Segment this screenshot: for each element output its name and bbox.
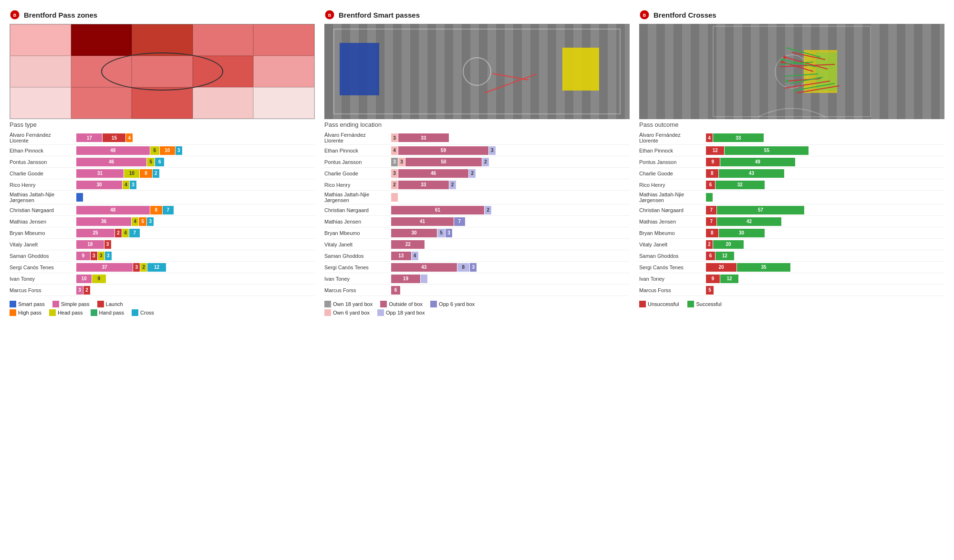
bar-cross: 6 <box>155 158 164 166</box>
player-name: Charlie Goode <box>10 171 76 176</box>
bars-container: 6 <box>391 286 630 295</box>
table-row: Mathias Jattah-Njie Jørgensen <box>639 191 944 204</box>
pass-zones-pitch <box>10 24 315 119</box>
table-row: Ivan Toney19 <box>324 273 630 285</box>
player-name: Marcus Forss <box>639 287 706 293</box>
player-name: Bryan Mbeumo <box>324 230 391 236</box>
pass-ending-label: Pass ending location <box>324 121 630 128</box>
bars-container: 486103 <box>76 146 315 155</box>
heatmap-cell <box>71 87 132 119</box>
bars-container: 843 <box>706 169 944 178</box>
bars-container: 373212 <box>76 263 315 272</box>
bar-outside: 33 <box>398 181 449 189</box>
heatmap-cell <box>193 24 254 56</box>
player-name: Saman Ghoddos <box>10 253 76 259</box>
legend-color <box>430 301 437 307</box>
bar-head: 4 <box>123 181 129 189</box>
bar-successful: 43 <box>719 169 785 178</box>
bars-container: 5 <box>706 286 944 295</box>
crosses-legend: UnsuccessfulSuccessful <box>639 301 944 307</box>
table-row: Sergi Canós Tenes4383 <box>324 262 630 273</box>
pass-zones-panel: B Brentford Pass zones Pass type Álvaro … <box>10 10 315 316</box>
bars-container: 433 <box>706 133 944 142</box>
player-name: Álvaro Fernández Llorente <box>639 132 706 143</box>
heatmap-cell <box>71 24 132 56</box>
player-name: Pontus Jansson <box>10 159 76 165</box>
smart-passes-legend: Own 18 yard boxOutside of boxOpp 6 yard … <box>324 301 630 316</box>
table-row: Saman Ghoddos9333 <box>10 250 315 262</box>
table-row: Rico Henry3043 <box>10 179 315 191</box>
bars-container: 949 <box>706 158 944 166</box>
bar-outside: 46 <box>398 169 468 178</box>
heatmap-cell <box>10 24 71 56</box>
table-row: Pontus Jansson4656 <box>10 156 315 168</box>
table-row: Mathias Jensen417 <box>324 216 630 227</box>
bar-opp18: 4 <box>412 252 418 260</box>
legend-item: Opp 18 yard box <box>377 309 425 316</box>
table-row: Mathias Jattah-Njie Jørgensen <box>324 191 630 204</box>
bars-container <box>706 193 944 202</box>
bar-successful: 30 <box>719 229 765 237</box>
table-row: Saman Ghoddos612 <box>639 250 944 262</box>
bar-outside: 13 <box>391 252 411 260</box>
player-name: Mathias Jattah-Njie Jørgensen <box>639 192 706 203</box>
table-row: Álvaro Fernández Llorente333 <box>324 131 630 145</box>
legend-label: Own 6 yard box <box>333 310 370 316</box>
bars-container: 183 <box>76 240 315 249</box>
bar-simple: 48 <box>76 146 150 155</box>
bar-unsuccessful: 7 <box>706 217 716 226</box>
bar-launch: 3 <box>104 240 111 249</box>
bars-container: 3462 <box>391 169 630 178</box>
bar-unsuccessful: 20 <box>706 263 736 272</box>
legend-item: Head pass <box>49 309 83 316</box>
table-row: Ivan Toney912 <box>639 273 944 285</box>
bar-opp18: 5 <box>437 229 445 237</box>
bar-simple: 48 <box>76 206 150 214</box>
legend-color <box>377 309 384 316</box>
bar-simple: 9 <box>76 252 90 260</box>
player-name: Sergi Canós Tenes <box>639 265 706 270</box>
bar-outside: 61 <box>391 206 484 214</box>
bar-head: 5 <box>147 158 155 166</box>
bars-container: 17154 <box>76 133 315 142</box>
bar-launch: 15 <box>103 133 125 142</box>
bars-container: 632 <box>706 181 944 189</box>
table-row: Bryan Mbeumo3053 <box>324 227 630 239</box>
heatmap-cell <box>10 87 71 119</box>
bar-head: 4 <box>122 229 129 237</box>
bar-successful: 12 <box>716 252 734 260</box>
legend-item: Unsuccessful <box>639 301 679 307</box>
bars-container: 2035 <box>706 263 944 272</box>
legend-label: Smart pass <box>18 301 45 307</box>
bar-opp6: 3 <box>470 263 477 272</box>
bar-outside: 59 <box>398 146 488 155</box>
crosses-rows: Álvaro Fernández Llorente433Ethan Pinnoc… <box>639 131 944 296</box>
bars-container: 830 <box>706 229 944 237</box>
player-name: Christian Nørgaard <box>324 207 391 213</box>
bars-container: 417 <box>391 217 630 226</box>
player-name: Vitaly Janelt <box>324 242 391 247</box>
bar-own6: 3 <box>391 169 398 178</box>
player-name: Mathias Jensen <box>10 219 76 224</box>
svg-point-26 <box>781 58 784 61</box>
legend-item: Simple pass <box>52 301 90 307</box>
bar-successful: 49 <box>720 158 795 166</box>
bar-unsuccessful: 8 <box>706 169 718 178</box>
svg-text:B: B <box>643 13 646 18</box>
player-name: Mathias Jensen <box>324 219 391 224</box>
heatmap-cell <box>132 56 193 87</box>
player-name: Vitaly Janelt <box>639 242 706 247</box>
player-name: Álvaro Fernández Llorente <box>10 132 76 143</box>
bar-smart <box>76 193 83 202</box>
legend-label: Unsuccessful <box>648 301 679 307</box>
legend-item: Own 6 yard box <box>324 309 370 316</box>
table-row: Christian Nørgaard4887 <box>10 204 315 216</box>
bar-outside: 19 <box>391 275 420 283</box>
player-name: Marcus Forss <box>10 287 76 293</box>
legend-item: High pass <box>10 309 41 316</box>
legend-label: Head pass <box>58 310 83 316</box>
bars-container: 2332 <box>391 181 630 189</box>
legend-label: Successful <box>696 301 721 307</box>
table-row: Mathias Jattah-Njie Jørgensen <box>10 191 315 204</box>
sp-pitch-border <box>333 29 621 114</box>
